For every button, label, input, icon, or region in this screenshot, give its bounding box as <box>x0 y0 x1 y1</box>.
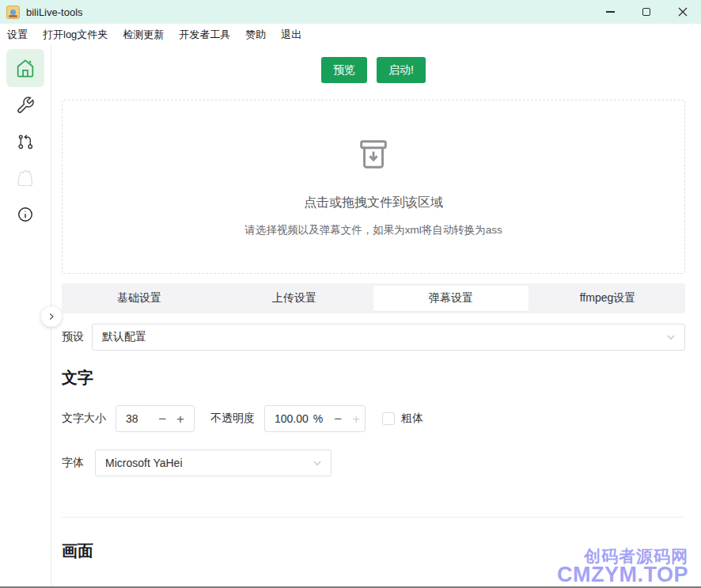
opacity-value: 100.00 <box>275 412 309 425</box>
preview-button[interactable]: 预览 <box>321 57 367 83</box>
menu-item-check-update[interactable]: 检测更新 <box>123 28 164 42</box>
sidebar-item-home[interactable] <box>6 49 44 87</box>
sidebar-item-tools[interactable] <box>0 87 51 123</box>
menubar: 设置 打开log文件夹 检测更新 开发者工具 赞助 退出 <box>0 24 701 46</box>
bold-label: 粗体 <box>401 412 423 426</box>
tab-danmaku-settings[interactable]: 弹幕设置 <box>373 286 529 311</box>
menu-item-sponsor[interactable]: 赞助 <box>245 28 266 42</box>
window-title: biliLive-tools <box>26 6 83 18</box>
opacity-decrease-button[interactable]: − <box>334 412 342 426</box>
sidebar-item-danmaku-factory[interactable] <box>0 160 51 196</box>
wrench-icon <box>16 96 35 115</box>
app-logo-icon <box>6 6 20 19</box>
font-family-value: Microsoft YaHei <box>105 457 183 469</box>
font-size-decrease-button[interactable]: − <box>158 412 166 426</box>
sidebar-expand-button[interactable] <box>41 306 62 327</box>
file-dropzone[interactable]: 点击或拖拽文件到该区域 请选择视频以及弹幕文件，如果为xml将自动转换为ass <box>62 100 685 274</box>
start-button[interactable]: 启动! <box>377 57 426 83</box>
app-window: biliLive-tools 设置 打开log文件夹 检测更新 开发者工具 赞助… <box>0 0 701 588</box>
preset-select-value: 默认配置 <box>102 330 146 344</box>
dropzone-main-text: 点击或拖拽文件到该区域 <box>304 195 443 211</box>
main-content: 预览 启动! 点击或拖拽文件到该区域 请选择视频以及弹幕文件，如果为xml将自动… <box>51 46 701 588</box>
opacity-suffix: % <box>313 412 323 425</box>
font-size-input[interactable]: 38 − + <box>116 405 195 432</box>
sidebar-item-about[interactable] <box>0 196 51 233</box>
menu-item-devtools[interactable]: 开发者工具 <box>179 28 230 42</box>
titlebar: biliLive-tools <box>0 0 701 24</box>
close-button[interactable] <box>665 0 701 24</box>
close-icon <box>678 7 688 17</box>
font-size-increase-button[interactable]: + <box>176 412 184 426</box>
font-family-label: 字体 <box>62 456 84 470</box>
watermark: 创码者源码网 CMZYM.TOP <box>557 548 688 586</box>
preset-label: 预设 <box>62 330 84 344</box>
menu-item-exit[interactable]: 退出 <box>281 28 301 42</box>
menu-item-open-log-folder[interactable]: 打开log文件夹 <box>43 28 108 42</box>
section-title-text: 文字 <box>62 366 685 389</box>
opacity-increase-button[interactable]: + <box>352 412 360 426</box>
bold-checkbox[interactable] <box>382 412 395 425</box>
tab-ffmpeg-settings[interactable]: ffmpeg设置 <box>530 286 685 311</box>
font-size-label: 文字大小 <box>62 412 106 426</box>
preset-select[interactable]: 默认配置 <box>92 324 685 351</box>
tab-upload-settings[interactable]: 上传设置 <box>217 286 372 311</box>
minimize-button[interactable] <box>592 0 628 24</box>
info-icon <box>17 206 34 223</box>
maximize-button[interactable] <box>628 0 665 24</box>
home-icon <box>14 57 36 79</box>
git-pull-icon <box>17 133 35 151</box>
tab-basic-settings[interactable]: 基础设置 <box>62 286 217 311</box>
font-size-value: 38 <box>126 412 147 425</box>
opacity-label: 不透明度 <box>210 412 255 426</box>
menu-item-settings[interactable]: 设置 <box>7 28 28 42</box>
chevron-down-icon <box>312 457 323 469</box>
maximize-icon <box>642 8 650 16</box>
sidebar-item-sync[interactable] <box>0 123 51 160</box>
dropzone-sub-text: 请选择视频以及弹幕文件，如果为xml将自动转换为ass <box>244 223 502 237</box>
tray-download-icon <box>355 136 392 173</box>
minimize-icon <box>606 11 615 13</box>
watermark-line1: 创码者源码网 <box>557 548 688 564</box>
cloth-icon <box>13 165 38 191</box>
actions-row: 预览 启动! <box>62 57 685 83</box>
font-row: 字体 Microsoft YaHei <box>62 450 685 476</box>
opacity-input[interactable]: 100.00 % − + <box>264 405 366 432</box>
watermark-line2: CMZYM.TOP <box>557 564 688 586</box>
font-family-select[interactable]: Microsoft YaHei <box>95 450 332 476</box>
settings-tabbar: 基础设置 上传设置 弹幕设置 ffmpeg设置 <box>62 283 685 313</box>
preset-row: 预设 默认配置 <box>62 324 685 351</box>
section-divider <box>62 517 685 518</box>
text-controls-row: 文字大小 38 − + 不透明度 100.00 % − + <box>62 405 685 432</box>
chevron-down-icon <box>665 332 676 343</box>
chevron-right-icon <box>46 311 57 322</box>
